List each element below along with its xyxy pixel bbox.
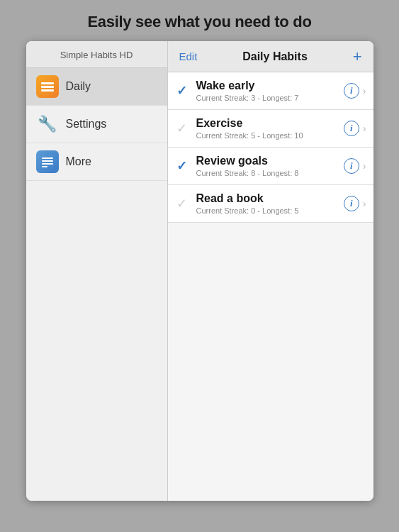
chevron-icon-wake: › [363,85,366,96]
sidebar-label-settings: Settings [66,118,107,131]
sidebar-header: Simple Habits HD [26,41,167,68]
edit-button[interactable]: Edit [175,48,202,65]
habit-list: ✓ Wake early Current Streak: 3 - Longest… [168,72,373,501]
svg-rect-3 [42,166,47,167]
checkmark-inactive-icon: ✓ [176,196,187,211]
sidebar-label-daily: Daily [66,80,91,93]
checkmark-inactive-icon: ✓ [176,121,187,136]
table-row[interactable]: ✓ Review goals Current Streak: 8 - Longe… [168,148,373,185]
settings-icon: 🔧 [36,113,59,135]
sidebar: Simple Habits HD Daily 🔧 Settings [26,41,168,501]
habit-streak-exercise: Current Streak: 5 - Longest: 10 [196,131,344,140]
table-row[interactable]: ✓ Exercise Current Streak: 5 - Longest: … [168,110,373,148]
page-heading: Easily see what you need to do [0,0,399,41]
habit-actions-exercise: i › [344,121,366,136]
app-container: Simple Habits HD Daily 🔧 Settings [26,41,373,501]
habit-info-review: Review goals Current Streak: 8 - Longest… [196,155,344,177]
habit-info-wake: Wake early Current Streak: 3 - Longest: … [196,79,344,102]
info-button-read[interactable]: i [344,196,359,211]
chevron-icon-review: › [363,160,366,172]
habit-name-exercise: Exercise [196,117,344,130]
svg-rect-0 [42,157,53,159]
habit-check-wake[interactable]: ✓ [174,83,191,99]
svg-rect-1 [42,160,53,162]
info-button-exercise[interactable]: i [344,121,359,136]
habit-streak-read: Current Streak: 0 - Longest: 5 [196,206,344,215]
checkmark-active-icon: ✓ [176,83,187,99]
sidebar-label-more: More [66,155,91,168]
habit-actions-read: i › [344,196,366,211]
sidebar-item-more[interactable]: More [26,143,167,181]
sidebar-item-settings[interactable]: 🔧 Settings [26,106,167,143]
checkmark-active-icon: ✓ [176,158,187,174]
habit-actions-wake: i › [344,83,366,99]
main-header: Edit Daily Habits + [168,41,373,72]
more-icon-svg [40,155,55,169]
habit-check-read[interactable]: ✓ [174,196,191,211]
habit-name-review: Review goals [196,155,344,167]
svg-rect-2 [42,163,53,165]
habit-streak-review: Current Streak: 8 - Longest: 8 [196,169,344,177]
add-habit-button[interactable]: + [349,46,366,67]
table-row[interactable]: ✓ Wake early Current Streak: 3 - Longest… [168,72,373,110]
habit-actions-review: i › [344,158,366,174]
sidebar-item-daily[interactable]: Daily [26,68,167,106]
habit-streak-wake: Current Streak: 3 - Longest: 7 [196,94,344,102]
habit-info-read: Read a book Current Streak: 0 - Longest:… [196,192,344,215]
chevron-icon-exercise: › [363,123,366,134]
chevron-icon-read: › [363,198,366,209]
habit-check-review[interactable]: ✓ [174,158,191,174]
more-icon [36,150,59,173]
main-title: Daily Habits [201,50,348,63]
main-panel: Edit Daily Habits + ✓ Wake early Current… [168,41,373,501]
table-row[interactable]: ✓ Read a book Current Streak: 0 - Longes… [168,185,373,223]
daily-icon [36,75,59,98]
habit-name-read: Read a book [196,192,344,205]
habit-check-exercise[interactable]: ✓ [174,121,191,136]
habit-name-wake: Wake early [196,79,344,92]
habit-info-exercise: Exercise Current Streak: 5 - Longest: 10 [196,117,344,140]
info-button-review[interactable]: i [344,158,359,174]
info-button-wake[interactable]: i [344,83,359,99]
